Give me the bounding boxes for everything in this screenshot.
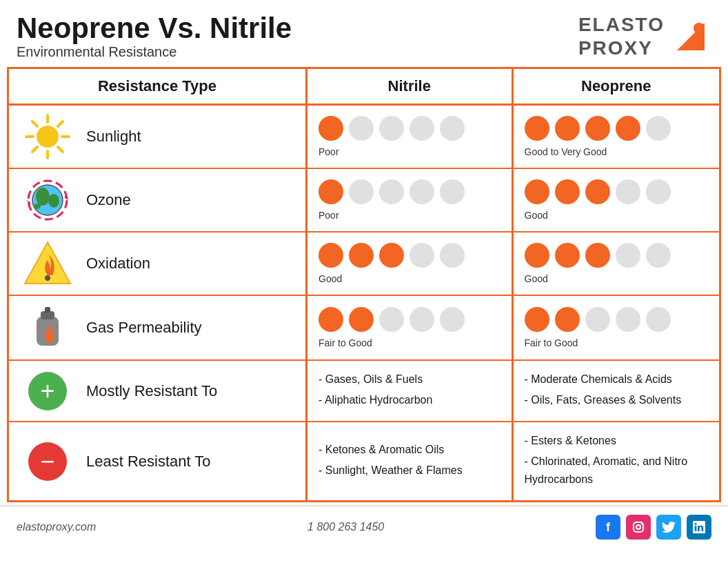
table-row: − Least Resistant To - Ketones & Aromati… — [9, 422, 719, 500]
cell-ozone-label: Ozone — [9, 169, 307, 231]
dot — [525, 116, 549, 141]
dot — [646, 243, 671, 268]
dot — [585, 179, 610, 204]
nitrile-sunlight-dots — [318, 116, 465, 141]
svg-point-1 — [694, 23, 705, 34]
mostly-neoprene-item2: - Oils, Fats, Greases & Solvents — [525, 391, 682, 409]
svg-line-10 — [32, 147, 37, 152]
neoprene-ozone-dots — [525, 179, 671, 204]
dot — [555, 307, 580, 332]
dot — [410, 307, 434, 332]
header-left: Neoprene Vs. Nitrile Environmental Resis… — [17, 12, 292, 60]
footer-phone: 1 800 263 1450 — [307, 521, 384, 533]
dot — [646, 116, 671, 141]
cell-sunlight-label: Sunlight — [9, 106, 307, 168]
data-rows: Sunlight Poor — [9, 106, 719, 500]
svg-line-8 — [58, 147, 63, 152]
dot — [616, 307, 640, 332]
neoprene-sunlight-rating: Good to Very Good — [525, 146, 607, 157]
neoprene-gas-rating: Fair to Good — [525, 337, 578, 348]
sunlight-icon — [20, 112, 75, 161]
neoprene-oxidation-dots — [525, 243, 671, 268]
page-wrapper: Neoprene Vs. Nitrile Environmental Resis… — [0, 0, 728, 548]
least-neoprene-item1: - Esters & Ketones — [525, 432, 616, 450]
nitrile-gas-rating: Fair to Good — [318, 337, 372, 348]
svg-point-24 — [636, 525, 640, 529]
nitrile-gas-dots — [318, 307, 465, 332]
nitrile-ozone-dots — [318, 179, 465, 204]
dot — [410, 179, 434, 204]
cell-oxidation-neoprene: Good — [514, 233, 720, 295]
dot — [646, 307, 671, 332]
cell-oxidation-label: Oxidation — [9, 233, 307, 295]
comparison-table: Resistance Type Nitrile Neoprene — [7, 67, 721, 502]
mostly-nitrile-item1: - Gases, Oils & Fuels — [318, 371, 423, 388]
gas-icon — [20, 303, 75, 353]
twitter-icon[interactable] — [656, 515, 681, 540]
dot — [318, 243, 343, 268]
dot — [440, 116, 465, 141]
nitrile-oxidation-dots — [318, 243, 465, 268]
dot — [585, 243, 610, 268]
ozone-icon — [20, 176, 75, 224]
dot — [525, 179, 549, 204]
cell-least-label: − Least Resistant To — [9, 422, 307, 500]
logo-area: ELASTO PROXY — [578, 13, 711, 59]
header: Neoprene Vs. Nitrile Environmental Resis… — [0, 0, 728, 67]
cell-gas-neoprene: Fair to Good — [514, 296, 720, 359]
mostly-nitrile-item2: - Aliphatic Hydrocarbon — [318, 391, 432, 409]
nitrile-oxidation-rating: Good — [318, 273, 342, 284]
dot — [555, 243, 580, 268]
ozone-label: Ozone — [86, 191, 131, 209]
cell-ozone-neoprene: Good — [514, 169, 720, 231]
column-headers: Resistance Type Nitrile Neoprene — [9, 69, 719, 106]
svg-line-9 — [58, 121, 63, 126]
cell-mostly-label: + Mostly Resistant To — [9, 361, 307, 421]
table-row: + Mostly Resistant To - Gases, Oils & Fu… — [9, 361, 719, 422]
dot — [349, 307, 374, 332]
cell-gas-nitrile: Fair to Good — [307, 296, 514, 359]
logo-text-block: ELASTO PROXY — [578, 13, 665, 59]
dot — [349, 179, 374, 204]
dot — [440, 307, 465, 332]
gas-permeability-label: Gas Permeability — [86, 319, 202, 337]
logo-text: ELASTO PROXY — [578, 13, 665, 59]
svg-point-25 — [641, 524, 643, 525]
neoprene-gas-dots — [525, 307, 671, 332]
dot — [525, 307, 549, 332]
dot — [616, 243, 640, 268]
col-header-neoprene: Neoprene — [514, 69, 720, 103]
dot — [646, 179, 671, 204]
least-nitrile-item1: - Ketones & Aromatic Oils — [318, 441, 444, 459]
nitrile-ozone-rating: Poor — [318, 210, 339, 221]
sunlight-label: Sunlight — [86, 128, 141, 146]
table-row: Gas Permeability Fair to Good — [9, 296, 719, 361]
dot — [349, 116, 374, 141]
dot — [616, 116, 640, 141]
table-row: Ozone Poor — [9, 169, 719, 233]
linkedin-icon[interactable] — [687, 515, 711, 540]
cell-least-nitrile: - Ketones & Aromatic Oils - Sunlight, We… — [307, 422, 514, 500]
dot — [410, 116, 434, 141]
oxidation-label: Oxidation — [86, 255, 150, 273]
dot — [349, 243, 374, 268]
least-neoprene-item2: - Chlorinated, Aromatic, and Nitro Hydro… — [525, 453, 709, 488]
logo-icon — [670, 16, 711, 57]
dot — [585, 116, 610, 141]
facebook-icon[interactable]: f — [596, 515, 620, 540]
dot — [555, 179, 580, 204]
dot — [379, 116, 404, 141]
svg-point-2 — [37, 126, 59, 148]
sub-title: Environmental Resistance — [17, 44, 292, 60]
dot — [440, 179, 465, 204]
neoprene-ozone-rating: Good — [525, 210, 548, 221]
svg-point-13 — [48, 194, 59, 208]
oxidation-icon — [20, 239, 75, 288]
neoprene-sunlight-dots — [525, 116, 671, 141]
instagram-icon[interactable] — [626, 515, 651, 540]
dot — [410, 243, 434, 268]
least-resistant-label: Least Resistant To — [86, 453, 211, 471]
least-nitrile-item2: - Sunlight, Weather & Flames — [318, 462, 463, 480]
plus-icon: + — [20, 372, 75, 411]
mostly-neoprene-item1: - Moderate Chemicals & Acids — [525, 371, 672, 388]
